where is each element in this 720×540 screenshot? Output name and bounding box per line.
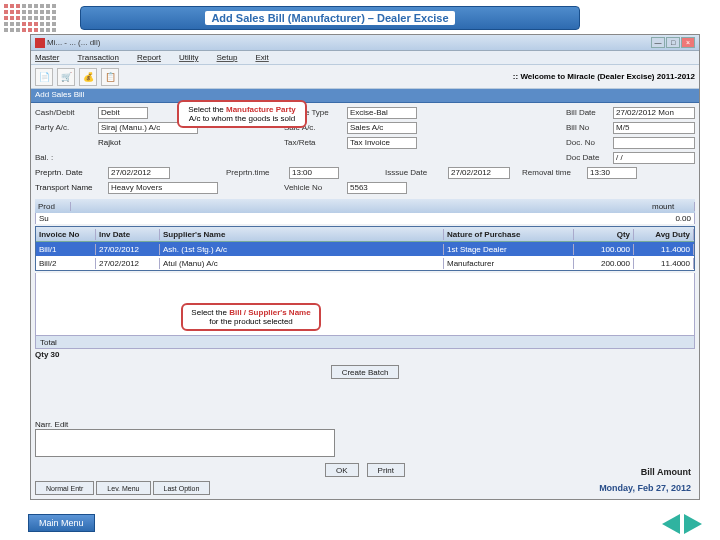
bill-date-field[interactable]: 27/02/2012 Mon	[613, 107, 695, 119]
menu-report[interactable]: Report	[137, 53, 161, 62]
party-label: Party A/c.	[35, 123, 95, 132]
transport-label: Transport Name	[35, 183, 105, 192]
city-value: Rajkot	[98, 138, 198, 147]
narration-field[interactable]	[35, 429, 335, 457]
amount-col: mount	[649, 202, 695, 211]
menu-transaction[interactable]: Transaction	[77, 53, 119, 62]
grid-row-selected[interactable]: Bill/1 27/02/2012 Ash. (1st Stg.) A/c 1s…	[36, 242, 694, 256]
footer-date: Monday, Feb 27, 2012	[599, 483, 691, 493]
decorative-dots	[4, 4, 64, 34]
col-nature[interactable]: Nature of Purchase	[444, 229, 574, 240]
menu-setup[interactable]: Setup	[217, 53, 238, 62]
bill-no-label: Bill No	[566, 123, 610, 132]
col-invoice-no[interactable]: Invoice No	[36, 229, 96, 240]
menu-master[interactable]: Master	[35, 53, 59, 62]
minimize-button[interactable]: —	[651, 37, 665, 48]
nav-arrows	[662, 514, 702, 534]
list-icon[interactable]: 📋	[101, 68, 119, 86]
vehicle-label: Vehicle No	[284, 183, 344, 192]
vehicle-field[interactable]: 5563	[347, 182, 407, 194]
form-area: Cash/Debit Debit Invoice Type Excise-Bal…	[31, 103, 699, 197]
removal-time-label: Removal time	[522, 168, 584, 177]
toolbar: 📄 🛒 💰 📋 :: Welcome to Miracle (Dealer Ex…	[31, 65, 699, 89]
menu-exit[interactable]: Exit	[255, 53, 268, 62]
money-icon[interactable]: 💰	[79, 68, 97, 86]
normal-entry-button[interactable]: Normal Entr	[35, 481, 94, 495]
total-label: Total	[40, 338, 57, 347]
qty-bar: Qty 30	[35, 350, 695, 364]
col-avg-duty[interactable]: Avg Duty	[634, 229, 694, 240]
preprtn-date-field[interactable]: 27/02/2012	[108, 167, 170, 179]
doc-date-field[interactable]: / /	[613, 152, 695, 164]
issue-date-field[interactable]: 27/02/2012	[448, 167, 510, 179]
cart-icon[interactable]: 🛒	[57, 68, 75, 86]
maximize-button[interactable]: □	[666, 37, 680, 48]
preprtn-time-field[interactable]: 13:00	[289, 167, 339, 179]
bill-no-field[interactable]: M/5	[613, 122, 695, 134]
last-option-button[interactable]: Last Option	[153, 481, 211, 495]
product-header: Prod mount	[35, 199, 695, 213]
narration-area: Narr. Edit	[35, 420, 335, 457]
grid-empty-area	[35, 273, 695, 335]
next-arrow-icon[interactable]	[684, 514, 702, 534]
close-button[interactable]: ×	[681, 37, 695, 48]
window-title: Mi... - ... (... dll)	[47, 38, 649, 47]
page-title: Add Sales Bill (Manufacturer) – Dealer E…	[205, 11, 454, 25]
menu-utility[interactable]: Utility	[179, 53, 199, 62]
main-menu-button[interactable]: Main Menu	[28, 514, 95, 532]
new-icon[interactable]: 📄	[35, 68, 53, 86]
bill-date-label: Bill Date	[566, 108, 610, 117]
welcome-text: :: Welcome to Miracle (Dealer Excise) 20…	[513, 72, 695, 81]
menu-bar: Master Transaction Report Utility Setup …	[31, 51, 699, 65]
cash-debit-label: Cash/Debit	[35, 108, 95, 117]
cash-debit-field[interactable]: Debit	[98, 107, 148, 119]
grid-row[interactable]: Bill/2 27/02/2012 Atul (Manu) A/c Manufa…	[36, 256, 694, 270]
bottom-options: Normal Entr Lev. Menu Last Option	[35, 481, 210, 495]
side-val: 0.00	[675, 214, 691, 223]
window-titlebar: Mi... - ... (... dll) — □ ×	[31, 35, 699, 51]
doc-no-field[interactable]	[613, 137, 695, 149]
tax-label: Tax/Reta	[284, 138, 344, 147]
preprtn-time-label: Preprtn.time	[226, 168, 286, 177]
callout-bill-supplier: Select the Bill / Supplier's Name for th…	[181, 303, 321, 331]
tax-field[interactable]: Tax Invoice	[347, 137, 417, 149]
sale-ac-field[interactable]: Sales A/c	[347, 122, 417, 134]
grid-header: Invoice No Inv Date Supplier's Name Natu…	[36, 227, 694, 242]
narration-label: Narr. Edit	[35, 420, 335, 429]
app-icon	[35, 38, 45, 48]
callout-manufacture-party: Select the Manufacture Party A/c to whom…	[177, 100, 307, 128]
prod-col: Prod	[35, 202, 71, 211]
col-inv-date[interactable]: Inv Date	[96, 229, 160, 240]
page-title-banner: Add Sales Bill (Manufacturer) – Dealer E…	[80, 6, 580, 30]
doc-no-label: Doc. No	[566, 138, 610, 147]
level-menu-button[interactable]: Lev. Menu	[96, 481, 150, 495]
total-bar: Total	[35, 335, 695, 349]
issue-date-label: Isssue Date	[385, 168, 445, 177]
prev-arrow-icon[interactable]	[662, 514, 680, 534]
breadcrumb: Add Sales Bill	[31, 89, 699, 103]
removal-time-field[interactable]: 13:30	[587, 167, 637, 179]
print-button[interactable]: Print	[367, 463, 405, 477]
create-batch-button[interactable]: Create Batch	[331, 365, 400, 379]
bill-amount-label: Bill Amount	[641, 467, 691, 477]
col-supplier[interactable]: Supplier's Name	[160, 229, 444, 240]
substrip: Su 0.00	[35, 213, 695, 224]
invoice-type-field[interactable]: Excise-Bal	[347, 107, 417, 119]
app-window: Mi... - ... (... dll) — □ × Master Trans…	[30, 34, 700, 500]
preprtn-date-label: Preprtn. Date	[35, 168, 105, 177]
invoice-grid: Invoice No Inv Date Supplier's Name Natu…	[35, 226, 695, 271]
col-qty[interactable]: Qty	[574, 229, 634, 240]
doc-date-label: Doc Date	[566, 153, 610, 162]
ok-button[interactable]: OK	[325, 463, 359, 477]
balance-label: Bal. :	[35, 153, 95, 162]
transport-field[interactable]: Heavy Movers	[108, 182, 218, 194]
